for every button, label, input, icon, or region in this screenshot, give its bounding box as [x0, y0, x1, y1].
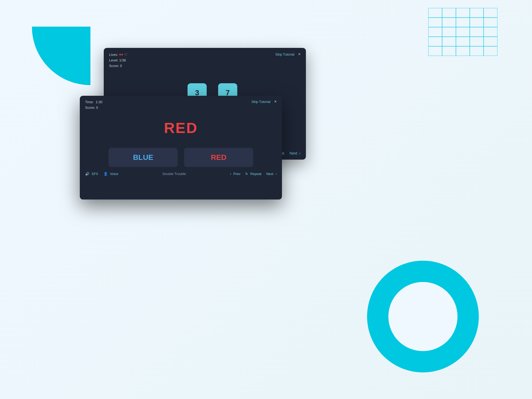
- front-window-header: Time: 1:30 Score: 0 Skip Tutorial ×: [80, 96, 282, 111]
- lives-label: Lives:: [109, 53, 118, 57]
- color-word-display: RED: [164, 119, 198, 136]
- front-next-button[interactable]: Next ›: [266, 172, 277, 176]
- hearts-filled: ♥♥: [119, 53, 123, 57]
- sfx-button[interactable]: 🔊 SFX: [85, 172, 98, 176]
- front-repeat-icon: ↻: [245, 172, 248, 176]
- front-window-footer: 🔊 SFX 👤 Voice Double Trouble ‹ Prev ↻: [80, 167, 282, 176]
- game-name: Double Trouble: [163, 172, 186, 176]
- back-score-label: Score: 0: [109, 63, 127, 69]
- front-skip-tutorial[interactable]: Skip Tutorial: [251, 100, 271, 104]
- front-next-chevron: ›: [276, 172, 277, 176]
- answer-red-button[interactable]: RED: [184, 148, 253, 167]
- answer-blue-button[interactable]: BLUE: [109, 148, 178, 167]
- back-skip-tutorial[interactable]: Skip Tutorial: [275, 52, 294, 56]
- answer-buttons-container: BLUE RED: [80, 148, 282, 167]
- heart-empty: ♡: [124, 53, 127, 57]
- back-window-close[interactable]: ×: [298, 52, 301, 56]
- front-window-close[interactable]: ×: [274, 99, 277, 104]
- bg-grid-decoration: [428, 8, 497, 56]
- voice-button[interactable]: 👤 Voice: [103, 172, 118, 176]
- window-back-header: Lives: ♥♥ ♡ Level: 1/36 Score: 0 Skip Tu…: [104, 48, 306, 69]
- sfx-icon: 🔊: [85, 172, 89, 176]
- footer-nav-controls: ‹ Prev ↻ Repeat Next ›: [230, 172, 277, 176]
- front-window-controls: Skip Tutorial ×: [251, 99, 277, 104]
- windows-container: Lives: ♥♥ ♡ Level: 1/36 Score: 0 Skip Tu…: [80, 48, 346, 207]
- time-row: Time: 1:30: [85, 99, 102, 105]
- back-next-button[interactable]: Next ›: [290, 151, 301, 155]
- back-window-controls: Skip Tutorial ×: [275, 52, 301, 56]
- level-label: Level: 1/36: [109, 58, 127, 63]
- time-value: 1:30: [96, 100, 102, 104]
- footer-audio-controls: 🔊 SFX 👤 Voice: [85, 172, 118, 176]
- bg-donut: [367, 261, 479, 372]
- sfx-label: SFX: [92, 172, 98, 176]
- front-score-label: Score: 0: [85, 105, 102, 111]
- front-repeat-button[interactable]: ↻ Repeat: [245, 172, 261, 176]
- front-prev-chevron: ‹: [230, 172, 231, 176]
- front-window-info: Time: 1:30 Score: 0: [85, 99, 102, 111]
- voice-icon: 👤: [103, 172, 108, 176]
- voice-label: Voice: [110, 172, 118, 176]
- lives-row: Lives: ♥♥ ♡: [109, 52, 127, 58]
- front-prev-button[interactable]: ‹ Prev: [230, 172, 240, 176]
- time-label: Time:: [85, 100, 94, 104]
- color-word-area: RED: [80, 111, 282, 145]
- next-chevron: ›: [299, 151, 301, 155]
- color-game-window: Time: 1:30 Score: 0 Skip Tutorial × RED …: [80, 96, 282, 200]
- back-window-info: Lives: ♥♥ ♡ Level: 1/36 Score: 0: [109, 52, 127, 69]
